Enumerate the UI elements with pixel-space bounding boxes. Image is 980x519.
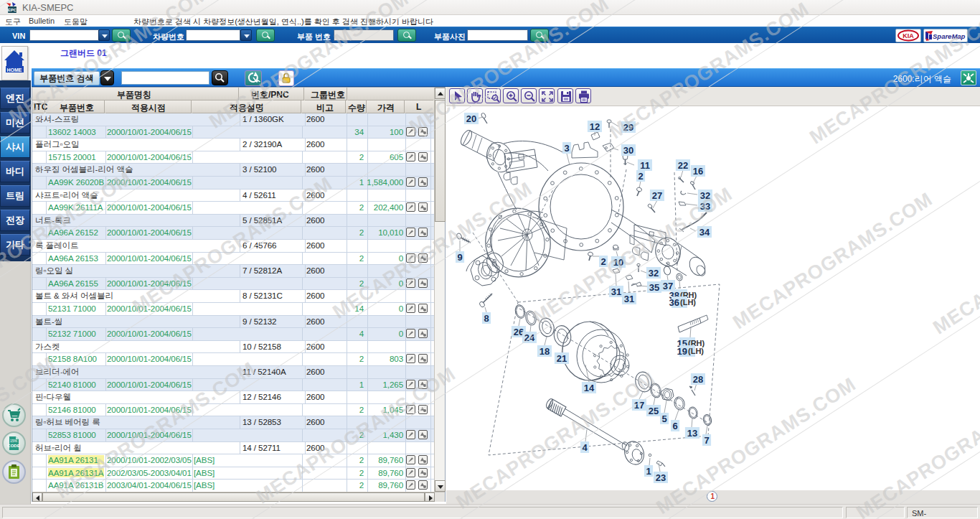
svg-text:9: 9 <box>457 252 462 263</box>
svg-text:2: 2 <box>600 256 606 267</box>
svg-text:3: 3 <box>564 143 569 154</box>
svg-text:7: 7 <box>704 435 709 446</box>
svg-text:24: 24 <box>524 332 535 343</box>
svg-text:17: 17 <box>634 400 644 411</box>
svg-text:35: 35 <box>649 282 659 293</box>
svg-text:SpareMap: SpareMap <box>933 32 966 40</box>
svg-text:33: 33 <box>700 201 710 212</box>
svg-text:22: 22 <box>678 160 688 171</box>
svg-text:KIA: KIA <box>903 32 914 39</box>
svg-text:15%: 15% <box>10 439 18 443</box>
svg-text:18: 18 <box>540 346 550 357</box>
svg-text:CODE: CODE <box>7 444 19 448</box>
svg-text:31: 31 <box>611 286 621 297</box>
svg-text:1: 1 <box>646 466 651 477</box>
svg-text:32: 32 <box>649 268 659 279</box>
svg-text:27: 27 <box>652 190 662 201</box>
svg-text:(LH): (LH) <box>688 347 704 355</box>
svg-text:4: 4 <box>582 442 588 453</box>
svg-text:28: 28 <box>693 374 703 385</box>
svg-text:31: 31 <box>624 294 634 304</box>
svg-text:8: 8 <box>484 313 489 324</box>
svg-text:25: 25 <box>649 406 659 416</box>
svg-text:HOME: HOME <box>7 67 22 73</box>
svg-text:EPC: EPC <box>8 8 17 12</box>
svg-text:30: 30 <box>623 145 633 156</box>
svg-text:12: 12 <box>590 121 600 132</box>
svg-text:2: 2 <box>638 171 643 182</box>
svg-text:29: 29 <box>623 122 633 133</box>
svg-text:10: 10 <box>613 257 623 268</box>
svg-text:13: 13 <box>687 428 697 439</box>
svg-text:20: 20 <box>466 113 476 124</box>
svg-text:11: 11 <box>640 160 650 171</box>
svg-text:5: 5 <box>661 413 666 424</box>
svg-text:34: 34 <box>699 227 710 238</box>
svg-text:19: 19 <box>677 346 687 357</box>
svg-text:23: 23 <box>656 472 666 483</box>
svg-text:14: 14 <box>584 383 595 393</box>
svg-text:32: 32 <box>700 190 710 201</box>
svg-text:21: 21 <box>557 353 567 364</box>
svg-text:(LH): (LH) <box>680 298 696 307</box>
svg-text:6: 6 <box>672 421 677 431</box>
svg-text:36: 36 <box>669 297 679 308</box>
svg-text:16: 16 <box>693 166 703 177</box>
